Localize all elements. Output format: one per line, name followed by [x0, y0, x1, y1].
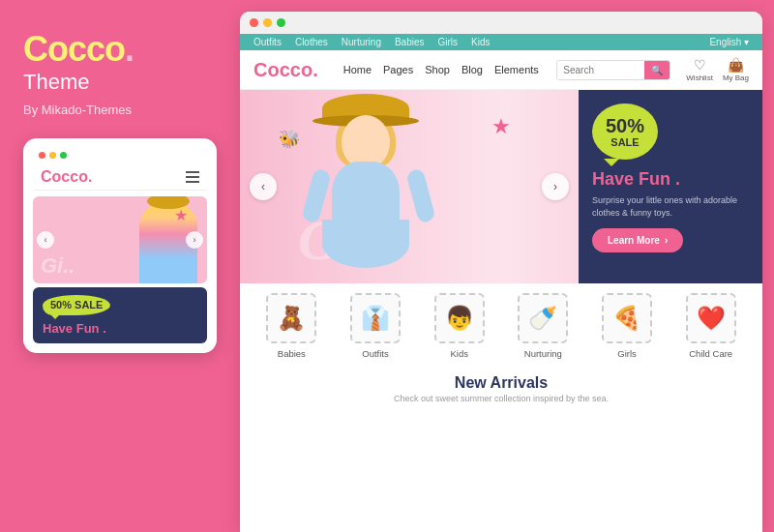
brand-name: Cocco.: [23, 29, 217, 70]
learn-more-button[interactable]: Learn More ›: [592, 228, 683, 252]
bag-icon: 👜: [728, 57, 744, 73]
kids-icon: 👦: [445, 305, 474, 332]
search-button[interactable]: 🔍: [644, 61, 670, 79]
kids-label: Kids: [450, 348, 467, 359]
hero-section: Gi.. 🐝 ★ ‹ › 50% SALE Have Fun . Surpris…: [240, 90, 762, 283]
hero-title: Have Fun .: [592, 169, 749, 190]
nurturing-icon: 🍼: [528, 305, 557, 332]
mockup-dots: [33, 148, 207, 164]
mockup-have-fun-dot: .: [100, 321, 106, 336]
mockup-have-fun: Have Fun .: [43, 321, 197, 336]
main-nav: Cocco. Home Pages Shop Blog Elements 🔍 ♡…: [240, 50, 762, 90]
mockup-sale-percent: 50%: [50, 299, 72, 310]
kids-icon-box: 👦: [434, 293, 485, 343]
nav-links: Home Pages Shop Blog Elements: [343, 64, 542, 75]
browser-dot-red[interactable]: [250, 18, 258, 27]
category-nurturing[interactable]: 🍼 Nurturing: [505, 293, 581, 359]
by-label: By Mikado-Themes: [23, 103, 217, 117]
learn-more-label: Learn More: [608, 235, 660, 246]
new-arrivals-subtitle: Check out sweet summer collection inspir…: [253, 394, 749, 403]
babies-label: Babies: [278, 348, 306, 359]
mockup-dot-yellow: [49, 152, 56, 159]
nurturing-label: Nurturing: [524, 348, 562, 359]
arrow-icon: ›: [665, 235, 668, 246]
top-nav-kids[interactable]: Kids: [471, 37, 490, 47]
hero-dark-section: 50% SALE Have Fun . Surprise your little…: [579, 90, 762, 283]
browser-window: Outfits Clothes Nurturing Babies Girls K…: [240, 12, 762, 532]
mockup-hero: Gi.. ★ ‹ ›: [33, 196, 207, 283]
mockup-dot-green: [60, 152, 67, 159]
babies-icon: 🧸: [277, 305, 306, 332]
nav-blog[interactable]: Blog: [461, 64, 483, 75]
hero-girl: [288, 94, 443, 283]
mockup-g-text: Gi..: [41, 253, 74, 279]
childcare-icon-box: ❤️: [686, 293, 736, 343]
top-nav-clothes[interactable]: Clothes: [295, 37, 328, 47]
top-nav-girls[interactable]: Girls: [438, 37, 459, 47]
girl-skirt: [322, 220, 409, 268]
mockup-logo-text: Cocco: [41, 168, 88, 185]
top-nav: Outfits Clothes Nurturing Babies Girls K…: [240, 34, 762, 50]
hero-prev-button[interactable]: ‹: [250, 173, 277, 200]
wishlist-button[interactable]: ♡ Wishlist: [686, 57, 713, 82]
mockup-star-icon: ★: [174, 206, 188, 224]
left-panel: Cocco. Theme By Mikado-Themes Cocco. Gi.…: [0, 0, 240, 532]
mockup-prev-button[interactable]: ‹: [37, 231, 54, 249]
nav-elements[interactable]: Elements: [494, 64, 539, 75]
sale-bubble: 50% SALE: [592, 103, 658, 160]
hamburger-icon[interactable]: [186, 171, 199, 183]
search-box[interactable]: 🔍: [556, 60, 670, 80]
mockup-logo-dot: .: [88, 168, 92, 185]
mockup-header: Cocco.: [33, 164, 207, 191]
nav-logo-dot: .: [313, 59, 318, 80]
girls-icon-box: 🍕: [602, 293, 652, 343]
category-outfits[interactable]: 👔 Outfits: [338, 293, 414, 359]
browser-dot-green[interactable]: [277, 18, 285, 27]
nav-pages[interactable]: Pages: [383, 64, 413, 75]
top-nav-babies[interactable]: Babies: [395, 37, 425, 47]
nav-home[interactable]: Home: [343, 64, 372, 75]
hero-description: Surprise your little ones with adorable …: [592, 194, 749, 219]
star-icon: ★: [491, 114, 511, 139]
babies-icon-box: 🧸: [266, 293, 316, 343]
outfits-icon-box: 👔: [350, 293, 401, 343]
category-childcare[interactable]: ❤️ Child Care: [672, 293, 749, 359]
new-arrivals-title: New Arrivals: [253, 374, 749, 392]
bag-button[interactable]: 👜 My Bag: [723, 57, 749, 82]
mockup-sale-bubble: 50% SALE: [43, 295, 110, 315]
browser-dot-yellow[interactable]: [263, 18, 272, 27]
nurturing-icon-box: 🍼: [518, 293, 568, 343]
new-arrivals-section: New Arrivals Check out sweet summer coll…: [240, 369, 762, 407]
brand-section: Cocco. Theme By Mikado-Themes: [23, 29, 217, 117]
girl-left-arm: [301, 168, 332, 224]
hero-title-text: Have Fun: [592, 169, 670, 189]
wishlist-label: Wishlist: [686, 74, 713, 82]
search-input[interactable]: [557, 61, 644, 79]
top-nav-nurturing[interactable]: Nurturing: [342, 37, 381, 47]
top-nav-outfits[interactable]: Outfits: [253, 37, 282, 47]
girls-icon: 🍕: [612, 305, 641, 332]
mockup-sale-text: SALE: [74, 299, 103, 310]
sale-text: SALE: [610, 136, 639, 148]
brand-dot: .: [125, 29, 134, 69]
language-selector[interactable]: English ▾: [709, 37, 749, 47]
nav-shop[interactable]: Shop: [425, 64, 450, 75]
hero-next-button[interactable]: ›: [542, 173, 569, 200]
theme-label: Theme: [23, 70, 217, 95]
childcare-label: Child Care: [689, 348, 732, 359]
outfits-icon: 👔: [361, 305, 390, 332]
bag-label: My Bag: [723, 74, 749, 82]
category-kids[interactable]: 👦 Kids: [421, 293, 497, 359]
outfits-label: Outfits: [362, 348, 388, 359]
mockup-next-button[interactable]: ›: [186, 231, 203, 249]
category-girls[interactable]: 🍕 Girls: [589, 293, 666, 359]
hero-title-dot: .: [670, 169, 680, 189]
heart-icon: ♡: [694, 57, 706, 73]
childcare-icon: ❤️: [697, 305, 726, 332]
category-babies[interactable]: 🧸 Babies: [253, 293, 330, 359]
nav-actions: ♡ Wishlist 👜 My Bag: [686, 57, 749, 82]
mockup-logo: Cocco.: [41, 168, 92, 186]
categories-row: 🧸 Babies 👔 Outfits 👦 Kids 🍼 Nurturing 🍕: [240, 283, 762, 369]
brand-name-text: Cocco: [23, 29, 125, 69]
mockup-dot-red: [39, 152, 45, 159]
